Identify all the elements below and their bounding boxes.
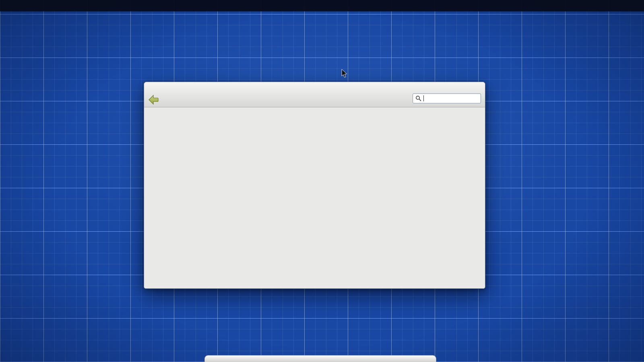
toolbar (144, 92, 485, 107)
search-input[interactable] (413, 93, 481, 103)
maximize-icon[interactable] (475, 83, 481, 90)
system-settings-window (144, 82, 485, 289)
titlebar[interactable] (144, 82, 485, 92)
top-panel (0, 0, 644, 11)
desktop (0, 0, 644, 362)
settings-categories (144, 107, 485, 289)
close-icon[interactable] (148, 84, 155, 90)
back-arrow-icon (148, 95, 159, 105)
text-caret (423, 95, 424, 101)
dock-shelf (204, 355, 436, 362)
back-button[interactable] (148, 95, 160, 105)
search-icon (415, 95, 421, 101)
mouse-cursor (341, 69, 348, 80)
window-header (144, 82, 485, 107)
